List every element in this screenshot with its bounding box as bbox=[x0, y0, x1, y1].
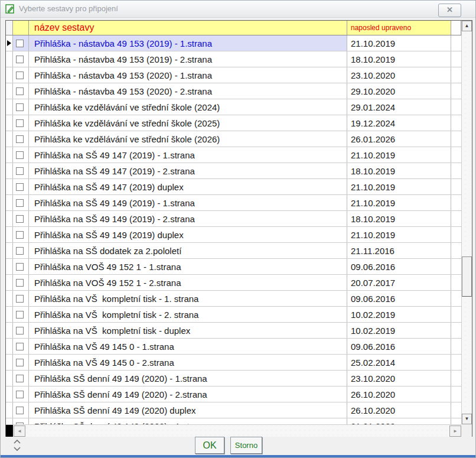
row-checkbox[interactable] bbox=[16, 311, 24, 319]
row-checkbox-cell[interactable] bbox=[13, 418, 29, 424]
ok-button[interactable]: OK bbox=[195, 437, 224, 454]
row-checkbox[interactable] bbox=[16, 359, 24, 366]
row-checkbox[interactable] bbox=[16, 407, 24, 414]
table-row[interactable]: Přihláška SŠ denní 49 149 (2020) - 1.str… bbox=[6, 371, 461, 386]
table-row[interactable]: Přihláška - nástavba 49 153 (2020) - 2.s… bbox=[6, 83, 461, 99]
row-checkbox[interactable] bbox=[16, 151, 24, 159]
table-row[interactable]: Přihláška na SŠ dodatek za 2.pololetí21.… bbox=[6, 243, 461, 259]
horizontal-scrollbar[interactable]: ◄ ► bbox=[6, 424, 461, 437]
table-row[interactable]: Přihláška SŠ denní 49 149 (2020) duplex2… bbox=[6, 402, 461, 418]
row-checkbox-cell[interactable] bbox=[13, 147, 29, 163]
report-name-cell[interactable]: Přihláška na SŠ 49 149 (2019) - 2.strana bbox=[29, 211, 347, 226]
report-name-cell[interactable]: Přihláška SŠ denní 49 149 (2022) - 1.str… bbox=[29, 418, 347, 424]
report-name-cell[interactable]: Přihláška na VŠ 49 145 0 - 1.strana bbox=[29, 339, 347, 354]
table-row[interactable]: Přihláška SŠ denní 49 149 (2022) - 1.str… bbox=[6, 418, 461, 424]
row-checkbox[interactable] bbox=[16, 295, 24, 303]
row-checkbox-cell[interactable] bbox=[13, 115, 29, 131]
row-checkbox-cell[interactable] bbox=[13, 291, 29, 306]
table-row[interactable]: Přihláška na VŠ kompletní tisk - 1. stra… bbox=[6, 291, 461, 307]
row-checkbox-cell[interactable] bbox=[13, 67, 29, 83]
row-checkbox[interactable] bbox=[16, 263, 24, 271]
report-name-cell[interactable]: Přihláška ke vzdělávání ve střední škole… bbox=[29, 99, 347, 115]
table-row[interactable]: Přihláška na VŠ kompletní tisk - 2. stra… bbox=[6, 307, 461, 323]
sort-updown-icon[interactable] bbox=[12, 438, 22, 455]
scroll-up-button[interactable]: ▲ bbox=[462, 21, 472, 31]
table-row[interactable]: Přihláška ke vzdělávání ve střední škole… bbox=[6, 131, 461, 147]
row-checkbox[interactable] bbox=[16, 40, 24, 47]
row-checkbox[interactable] bbox=[16, 375, 24, 382]
row-checkbox[interactable] bbox=[16, 215, 24, 223]
report-name-cell[interactable]: Přihláška na SŠ 49 149 (2019) - 1.strana bbox=[29, 195, 347, 210]
row-checkbox[interactable] bbox=[16, 72, 24, 79]
row-checkbox-cell[interactable] bbox=[13, 195, 29, 210]
report-name-cell[interactable]: Přihláška na VOŠ 49 152 1 - 2.strana bbox=[29, 275, 347, 290]
scroll-down-button[interactable]: ▼ bbox=[462, 414, 472, 424]
row-checkbox[interactable] bbox=[16, 56, 24, 63]
table-row[interactable]: Přihláška na SŠ 49 147 (2019) - 1.strana… bbox=[6, 147, 461, 163]
row-checkbox[interactable] bbox=[16, 135, 24, 143]
storno-button[interactable]: Storno bbox=[230, 437, 262, 454]
row-checkbox[interactable] bbox=[16, 231, 24, 239]
table-row[interactable]: Přihláška na VOŠ 49 152 1 - 2.strana20.0… bbox=[6, 275, 461, 291]
report-name-cell[interactable]: Přihláška na VŠ kompletní tisk - duplex bbox=[29, 323, 347, 338]
vertical-scrollbar[interactable]: ▲ ▼ bbox=[461, 21, 472, 424]
table-row[interactable]: Přihláška na VOŠ 49 152 1 - 1.strana09.0… bbox=[6, 259, 461, 275]
report-name-cell[interactable]: Přihláška na SŠ 49 147 (2019) duplex bbox=[29, 179, 347, 194]
row-checkbox-cell[interactable] bbox=[13, 35, 29, 51]
row-checkbox[interactable] bbox=[16, 247, 24, 255]
row-checkbox-cell[interactable] bbox=[13, 339, 29, 354]
table-row[interactable]: Přihláška na SŠ 49 149 (2019) - 1.strana… bbox=[6, 195, 461, 211]
row-checkbox-cell[interactable] bbox=[13, 163, 29, 178]
row-checkbox-cell[interactable] bbox=[13, 83, 29, 99]
row-checkbox[interactable] bbox=[16, 327, 24, 334]
close-button[interactable]: ✕ bbox=[438, 4, 461, 17]
row-checkbox-cell[interactable] bbox=[13, 179, 29, 194]
table-row[interactable]: Přihláška SŠ denní 49 149 (2020) - 2.str… bbox=[6, 386, 461, 402]
row-checkbox-cell[interactable] bbox=[13, 227, 29, 242]
report-name-cell[interactable]: Přihláška na SŠ 49 147 (2019) - 2.strana bbox=[29, 163, 347, 178]
row-checkbox[interactable] bbox=[16, 167, 24, 175]
row-checkbox-cell[interactable] bbox=[13, 323, 29, 338]
report-name-cell[interactable]: Přihláška na VŠ kompletní tisk - 2. stra… bbox=[29, 307, 347, 322]
row-checkbox[interactable] bbox=[16, 343, 24, 350]
report-name-cell[interactable]: Přihláška na SŠ dodatek za 2.pololetí bbox=[29, 243, 347, 258]
row-checkbox-cell[interactable] bbox=[13, 99, 29, 115]
row-checkbox-cell[interactable] bbox=[13, 275, 29, 290]
scroll-right-button[interactable]: ► bbox=[449, 425, 461, 437]
table-row[interactable]: Přihláška na VŠ 49 145 0 - 1.strana09.06… bbox=[6, 339, 461, 355]
row-checkbox-cell[interactable] bbox=[13, 131, 29, 147]
table-row[interactable]: Přihláška ke vzdělávání ve střední škole… bbox=[6, 115, 461, 131]
report-name-cell[interactable]: Přihláška na VŠ kompletní tisk - 1. stra… bbox=[29, 291, 347, 306]
report-name-cell[interactable]: Přihláška SŠ denní 49 149 (2020) - 2.str… bbox=[29, 386, 347, 402]
report-name-cell[interactable]: Přihláška na VOŠ 49 152 1 - 1.strana bbox=[29, 259, 347, 274]
row-checkbox-cell[interactable] bbox=[13, 307, 29, 322]
row-checkbox-cell[interactable] bbox=[13, 371, 29, 386]
table-row[interactable]: Přihláška ke vzdělávání ve střední škole… bbox=[6, 99, 461, 115]
table-row[interactable]: Přihláška na SŠ 49 149 (2019) duplex21.1… bbox=[6, 227, 461, 243]
table-row[interactable]: Přihláška na SŠ 49 147 (2019) - 2.strana… bbox=[6, 163, 461, 179]
row-checkbox-cell[interactable] bbox=[13, 402, 29, 418]
vertical-scroll-thumb[interactable] bbox=[462, 256, 472, 297]
report-name-cell[interactable]: Přihláška - nástavba 49 153 (2019) - 1.s… bbox=[29, 35, 347, 51]
row-checkbox[interactable] bbox=[16, 183, 24, 191]
row-checkbox[interactable] bbox=[16, 279, 24, 287]
row-checkbox-cell[interactable] bbox=[13, 386, 29, 402]
report-name-cell[interactable]: Přihláška - nástavba 49 153 (2019) - 2.s… bbox=[29, 51, 347, 67]
row-checkbox[interactable] bbox=[16, 87, 24, 95]
table-row[interactable]: Přihláška - nástavba 49 153 (2019) - 1.s… bbox=[6, 35, 461, 51]
row-checkbox[interactable] bbox=[16, 391, 24, 398]
report-name-cell[interactable]: Přihláška - nástavba 49 153 (2020) - 2.s… bbox=[29, 83, 347, 99]
table-row[interactable]: Přihláška na SŠ 49 147 (2019) duplex21.1… bbox=[6, 179, 461, 195]
report-name-cell[interactable]: Přihláška na SŠ 49 149 (2019) duplex bbox=[29, 227, 347, 242]
report-name-cell[interactable]: Přihláška ke vzdělávání ve střední škole… bbox=[29, 115, 347, 131]
table-row[interactable]: Přihláška na VŠ kompletní tisk - duplex1… bbox=[6, 323, 461, 339]
row-checkbox-cell[interactable] bbox=[13, 355, 29, 370]
row-checkbox-cell[interactable] bbox=[13, 51, 29, 67]
report-name-cell[interactable]: Přihláška SŠ denní 49 149 (2020) duplex bbox=[29, 402, 347, 418]
table-row[interactable]: Přihláška na SŠ 49 149 (2019) - 2.strana… bbox=[6, 211, 461, 227]
report-name-cell[interactable]: Přihláška na VŠ 49 145 0 - 2.strana bbox=[29, 355, 347, 370]
table-row[interactable]: Přihláška - nástavba 49 153 (2019) - 2.s… bbox=[6, 51, 461, 67]
table-row[interactable]: Přihláška na VŠ 49 145 0 - 2.strana25.02… bbox=[6, 355, 461, 371]
report-name-cell[interactable]: Přihláška na SŠ 49 147 (2019) - 1.strana bbox=[29, 147, 347, 163]
report-name-cell[interactable]: Přihláška - nástavba 49 153 (2020) - 1.s… bbox=[29, 67, 347, 83]
